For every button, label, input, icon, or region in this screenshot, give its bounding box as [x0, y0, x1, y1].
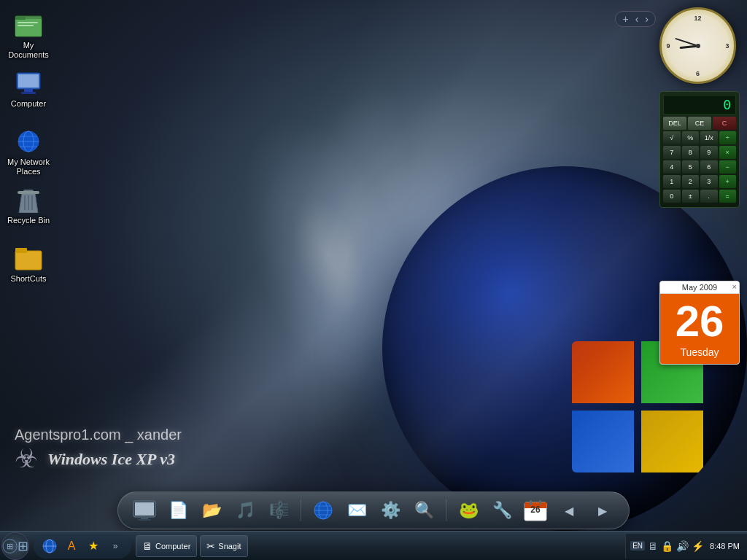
dock-icon-monitor[interactable] — [130, 496, 159, 525]
svg-rect-21 — [15, 251, 42, 270]
calendar-close-button[interactable]: × — [732, 282, 737, 291]
shortcuts-icon — [14, 244, 43, 273]
svg-rect-7 — [24, 89, 33, 92]
dock-icon-nav-right[interactable]: ▶ — [588, 496, 617, 525]
svg-rect-22 — [15, 248, 27, 253]
ql-icon-ie[interactable] — [39, 536, 60, 556]
calc-row-2: √ % 1/x ÷ — [663, 131, 736, 144]
computer-icon — [14, 69, 43, 98]
ql-icon-a[interactable]: A — [61, 536, 82, 556]
ql-icon-more[interactable]: » — [105, 536, 125, 556]
desktop-icon-network[interactable]: My Network Places — [3, 124, 54, 179]
svg-rect-8 — [21, 92, 36, 94]
dock-icon-settings[interactable]: ⚙️ — [376, 496, 405, 525]
calendar-header: May 2009 × — [660, 281, 739, 294]
calc-2-button[interactable]: 2 — [682, 175, 700, 188]
taskbar-snagit-window[interactable]: ✂ Snagit — [200, 535, 247, 557]
svg-rect-1 — [15, 19, 42, 36]
calc-1-button[interactable]: 1 — [663, 175, 681, 188]
calc-plus-button[interactable]: + — [719, 175, 737, 188]
dock-icon-notes[interactable]: 🎼 — [264, 496, 293, 525]
clock-minute-hand — [675, 37, 698, 46]
calc-row-6: 0 ± . = — [663, 190, 736, 203]
svg-rect-25 — [141, 517, 148, 519]
clock-center — [696, 44, 700, 48]
svg-text:⊞: ⊞ — [7, 541, 13, 550]
taskbar: ⊞ A ★ » 🖥 Computer ✂ Snagit — [0, 531, 747, 560]
svg-rect-2 — [18, 22, 38, 23]
svg-rect-17 — [18, 191, 39, 194]
tray-volume-icon[interactable]: 🔊 — [676, 540, 689, 552]
dock-separator-2 — [446, 499, 446, 521]
taskbar-computer-icon: 🖥 — [142, 540, 152, 552]
calculator-widget: 0 DEL CE C √ % 1/x ÷ 7 8 9 × 4 5 6 − — [659, 91, 740, 208]
dock-icon-search[interactable]: 🔍 — [409, 496, 438, 525]
calc-sqrt-button[interactable]: √ — [663, 131, 681, 144]
svg-rect-6 — [18, 74, 39, 88]
calc-percent-button[interactable]: % — [682, 131, 700, 144]
calc-ce-button[interactable]: CE — [688, 117, 711, 130]
widget-nav: + ‹ › — [615, 11, 656, 27]
calendar-day: 26 — [663, 300, 736, 343]
tray-language: EN — [630, 541, 645, 551]
clock-num-6: 6 — [696, 70, 700, 77]
system-tray: EN 🖥 🔒 🔊 ⚡ 8:48 PM — [625, 534, 747, 559]
clock-num-3: 3 — [725, 42, 729, 50]
dock-icon-frog[interactable]: 🐸 — [454, 496, 483, 525]
calc-4-button[interactable]: 4 — [663, 160, 681, 174]
calc-divide-button[interactable]: ÷ — [719, 131, 737, 144]
widget-next-button[interactable]: › — [643, 13, 651, 25]
svg-rect-4 — [15, 16, 26, 20]
calendar-widget: May 2009 × 26 Tuesday — [659, 281, 740, 365]
widget-prev-button[interactable]: ‹ — [633, 13, 641, 25]
dock-icon-mail[interactable]: ✉️ — [342, 496, 371, 525]
recycle-bin-icon — [14, 185, 43, 214]
calc-reciprocal-button[interactable]: 1/x — [700, 131, 718, 144]
desktop-icon-shortcuts[interactable]: ShortCuts — [3, 241, 54, 287]
calc-row-3: 7 8 9 × — [663, 146, 736, 159]
calc-minus-button[interactable]: − — [719, 160, 737, 174]
calc-display: 0 — [663, 95, 736, 114]
taskbar-computer-window[interactable]: 🖥 Computer — [136, 535, 197, 557]
watermark-line1: Agentspro1.com _ xander — [15, 427, 182, 443]
calc-negate-button[interactable]: ± — [682, 190, 700, 203]
dock-icon-files[interactable]: 📂 — [197, 496, 226, 525]
calc-9-button[interactable]: 9 — [700, 146, 718, 159]
quick-launch: A ★ » — [34, 534, 131, 559]
shortcuts-label: ShortCuts — [11, 274, 47, 284]
clock-widget: 12 3 6 9 — [659, 7, 736, 84]
dock-icon-documents[interactable]: 📄 — [163, 496, 193, 525]
calc-equals-button[interactable]: = — [719, 190, 737, 203]
calc-del-button[interactable]: DEL — [663, 117, 686, 130]
desktop-icon-recycle-bin[interactable]: Recycle Bin — [3, 182, 54, 228]
calc-6-button[interactable]: 6 — [700, 160, 718, 174]
dock-icon-calendar[interactable]: 26 — [521, 496, 550, 525]
calc-7-button[interactable]: 7 — [663, 146, 681, 159]
start-button[interactable]: ⊞ — [1, 532, 29, 560]
tray-network-icon: 🖥 — [648, 540, 658, 552]
taskbar-computer-label: Computer — [155, 542, 190, 551]
tray-time-display: 8:48 PM — [710, 542, 740, 551]
calc-3-button[interactable]: 3 — [700, 175, 718, 188]
calc-c-button[interactable]: C — [713, 117, 736, 130]
watermark-icon: ☣ — [15, 443, 38, 474]
calc-0-button[interactable]: 0 — [663, 190, 681, 203]
calc-decimal-button[interactable]: . — [700, 190, 718, 203]
ql-icon-star[interactable]: ★ — [83, 536, 104, 556]
desktop-icon-computer[interactable]: Computer — [3, 66, 54, 112]
dock-icon-network[interactable] — [309, 496, 338, 525]
desktop-icon-my-documents[interactable]: My Documents — [3, 7, 54, 63]
dock-icon-nav-left[interactable]: ◀ — [554, 496, 584, 525]
clock-face: 12 3 6 9 — [665, 13, 731, 79]
dock-icon-tools[interactable]: 🔧 — [487, 496, 516, 525]
widget-add-button[interactable]: + — [620, 13, 630, 25]
calc-8-button[interactable]: 8 — [682, 146, 700, 159]
taskbar-snagit-icon: ✂ — [206, 540, 215, 552]
calc-multiply-button[interactable]: × — [719, 146, 737, 159]
dock-separator-1 — [301, 499, 301, 521]
bottom-dock: 📄 📂 🎵 🎼 ✉️ ⚙️ 🔍 🐸 🔧 26 — [117, 491, 630, 529]
dock-icon-music[interactable]: 🎵 — [231, 496, 260, 525]
calc-5-button[interactable]: 5 — [682, 160, 700, 174]
clock-num-12: 12 — [694, 15, 701, 22]
recycle-bin-label: Recycle Bin — [7, 216, 50, 225]
